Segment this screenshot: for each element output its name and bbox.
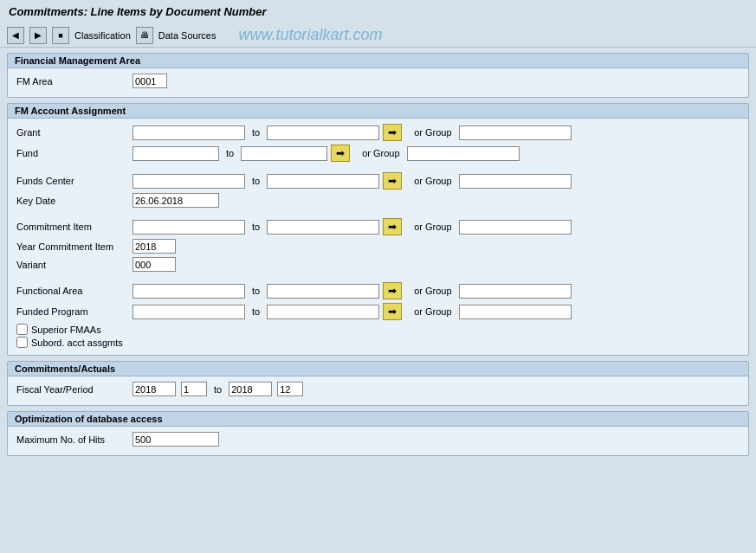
subord-row: Subord. acct assgmts [16, 337, 740, 348]
print-icon[interactable]: 🖶 [136, 27, 153, 44]
period-to-input[interactable] [277, 382, 303, 396]
fm-area-row: FM Area [16, 74, 740, 88]
variant-input[interactable] [132, 257, 176, 272]
commitments-actuals-header: Commitments/Actuals [8, 362, 748, 376]
funds-center-arrow-button[interactable]: ➡ [383, 172, 402, 190]
grant-label: Grant [16, 127, 129, 138]
funds-center-group-input[interactable] [459, 174, 572, 189]
functional-area-row: Functional Area to ➡ or Group [16, 282, 740, 299]
fm-area-input[interactable] [132, 74, 167, 88]
funded-program-group-input[interactable] [459, 305, 572, 319]
superior-fmaas-row: Superior FMAAs [16, 324, 740, 335]
commitment-item-arrow-button[interactable]: ➡ [383, 218, 402, 235]
forward-icon[interactable]: ▶ [29, 27, 47, 44]
funded-program-arrow-button[interactable]: ➡ [383, 303, 402, 320]
watermark: www.tutorialkart.com [238, 26, 382, 44]
functional-area-arrow-button[interactable]: ➡ [383, 282, 402, 299]
fiscal-year-to-input[interactable] [229, 382, 272, 396]
funded-program-to-input[interactable] [267, 305, 379, 319]
grant-arrow-button[interactable]: ➡ [383, 124, 402, 141]
year-commitment-label: Year Commitment Item [16, 241, 129, 252]
funds-center-to-label: to [252, 176, 260, 186]
optimization-section: Optimization of database access Maximum … [7, 411, 749, 456]
commitment-item-from-input[interactable] [132, 220, 245, 235]
superior-fmaas-label: Superior FMAAs [31, 325, 101, 335]
grant-from-input[interactable] [132, 125, 245, 140]
grant-to-input[interactable] [267, 125, 379, 140]
commitments-actuals-section: Commitments/Actuals Fiscal Year/Period t… [7, 361, 749, 406]
fiscal-year-label: Fiscal Year/Period [16, 384, 129, 395]
superior-fmaas-checkbox[interactable] [16, 324, 28, 335]
max-hits-label: Maximum No. of Hits [16, 434, 129, 445]
funds-center-from-input[interactable] [132, 174, 245, 189]
funded-program-from-input[interactable] [132, 305, 245, 319]
financial-management-header: Financial Management Area [8, 54, 748, 68]
commitment-item-to-input[interactable] [267, 220, 379, 235]
functional-area-label: Functional Area [16, 286, 129, 296]
optimization-body: Maximum No. of Hits [8, 427, 748, 455]
fm-account-body: Grant to ➡ or Group Fund to ➡ or Group [8, 119, 748, 355]
grant-group-input[interactable] [459, 125, 572, 140]
back-icon[interactable]: ◀ [7, 27, 24, 44]
commitment-item-to-label: to [252, 222, 260, 232]
data-sources-button[interactable]: Data Sources [158, 30, 216, 41]
fund-group-input[interactable] [407, 146, 520, 161]
optimization-header: Optimization of database access [8, 412, 748, 427]
subord-checkbox[interactable] [16, 337, 28, 348]
functional-area-group-input[interactable] [459, 284, 572, 299]
commitment-item-row: Commitment Item to ➡ or Group [16, 218, 740, 235]
toolbar: ◀ ▶ ■ Classification 🖶 Data Sources www.… [0, 23, 756, 48]
fm-account-section: FM Account Assignment Grant to ➡ or Grou… [7, 103, 749, 356]
fund-or-group-label: or Group [362, 148, 399, 158]
period-from-input[interactable] [181, 382, 207, 396]
grant-or-group-label: or Group [414, 127, 451, 138]
fund-label: Fund [16, 148, 129, 158]
key-date-row: Key Date [16, 193, 740, 208]
page-title: Commitments: Line Items by Document Numb… [0, 0, 756, 23]
variant-label: Variant [16, 260, 129, 270]
year-commitment-row: Year Commitment Item [16, 239, 740, 254]
commitment-item-or-group-label: or Group [414, 222, 451, 232]
fund-arrow-button[interactable]: ➡ [331, 145, 350, 162]
grant-to-label: to [252, 127, 260, 138]
fm-area-label: FM Area [16, 76, 129, 87]
commitment-item-label: Commitment Item [16, 222, 129, 232]
funds-center-row: Funds Center to ➡ or Group [16, 172, 740, 190]
commitments-actuals-body: Fiscal Year/Period to [8, 376, 748, 405]
funded-program-row: Funded Program to ➡ or Group [16, 303, 740, 320]
fund-to-label: to [226, 148, 234, 158]
fund-row: Fund to ➡ or Group [16, 145, 740, 162]
financial-management-body: FM Area [8, 68, 748, 97]
fiscal-year-to-label: to [214, 384, 222, 395]
year-commitment-input[interactable] [132, 239, 176, 254]
commitment-item-group-input[interactable] [459, 220, 572, 235]
fiscal-year-row: Fiscal Year/Period to [16, 382, 740, 396]
max-hits-row: Maximum No. of Hits [16, 432, 740, 447]
fm-account-header: FM Account Assignment [8, 104, 748, 119]
classification-button[interactable]: Classification [74, 30, 131, 41]
max-hits-input[interactable] [132, 432, 219, 447]
funded-program-to-label: to [252, 306, 260, 317]
functional-area-from-input[interactable] [132, 284, 245, 299]
financial-management-section: Financial Management Area FM Area [7, 53, 749, 98]
functional-area-to-label: to [252, 286, 260, 296]
fund-from-input[interactable] [132, 146, 219, 161]
functional-area-or-group-label: or Group [414, 286, 451, 296]
variant-row: Variant [16, 257, 740, 272]
key-date-input[interactable] [132, 193, 219, 208]
funded-program-or-group-label: or Group [414, 306, 451, 317]
key-date-label: Key Date [16, 196, 129, 206]
funds-center-to-input[interactable] [267, 174, 379, 189]
funds-center-or-group-label: or Group [414, 176, 451, 186]
main-content: Financial Management Area FM Area FM Acc… [0, 48, 756, 461]
fiscal-year-from-input[interactable] [132, 382, 176, 396]
functional-area-to-input[interactable] [267, 284, 379, 299]
save-icon[interactable]: ■ [52, 27, 69, 44]
fund-to-input[interactable] [241, 146, 327, 161]
funded-program-label: Funded Program [16, 306, 129, 317]
grant-row: Grant to ➡ or Group [16, 124, 740, 141]
funds-center-label: Funds Center [16, 176, 129, 186]
subord-label: Subord. acct assgmts [31, 338, 123, 348]
